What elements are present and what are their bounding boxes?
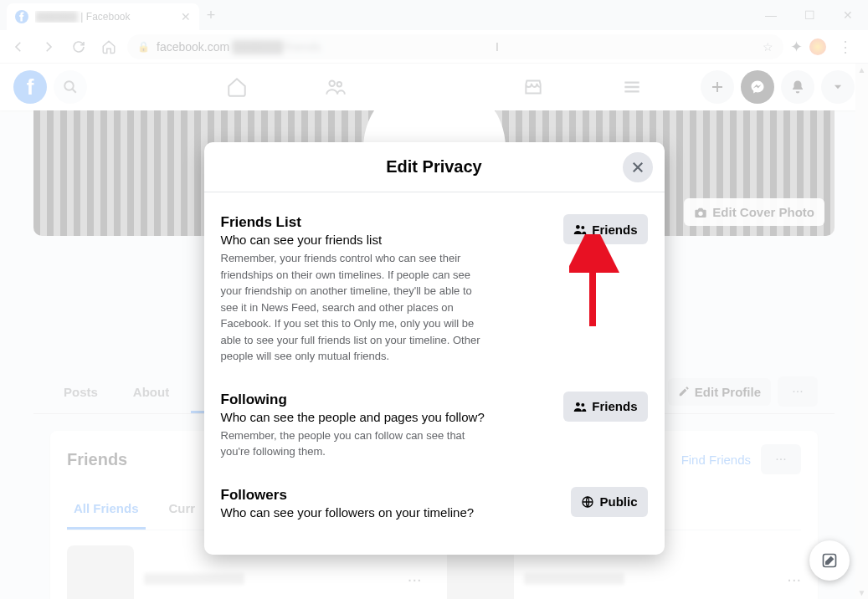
audience-button-following[interactable]: Friends xyxy=(563,392,647,422)
section-heading: Following xyxy=(221,392,554,408)
audience-button-followers[interactable]: Public xyxy=(571,487,647,517)
section-description: Remember, your friends control who can s… xyxy=(221,250,480,365)
public-icon xyxy=(581,495,594,509)
section-subtitle: Who can see your friends list xyxy=(221,233,554,247)
close-icon xyxy=(630,160,645,175)
section-following: Following Who can see the people and pag… xyxy=(221,380,648,475)
edit-privacy-modal: Edit Privacy Friends List Who can see yo… xyxy=(204,142,665,555)
svg-point-8 xyxy=(582,403,585,407)
svg-point-7 xyxy=(576,402,580,407)
compose-icon xyxy=(821,552,838,569)
friends-icon xyxy=(573,400,587,413)
audience-button-friends-list[interactable]: Friends xyxy=(563,214,647,244)
modal-title: Edit Privacy xyxy=(386,157,482,177)
section-description: Remember, the people you can follow can … xyxy=(221,427,480,460)
section-followers: Followers Who can see your followers on … xyxy=(221,475,648,538)
compose-fab[interactable] xyxy=(809,540,850,581)
svg-point-5 xyxy=(576,225,580,229)
friends-icon xyxy=(573,223,587,236)
modal-header: Edit Privacy xyxy=(204,142,665,192)
modal-body: Friends List Who can see your friends li… xyxy=(204,192,665,555)
svg-point-6 xyxy=(582,226,585,229)
section-heading: Friends List xyxy=(221,214,554,231)
modal-close-button[interactable] xyxy=(623,152,653,182)
section-friends-list: Friends List Who can see your friends li… xyxy=(221,206,648,380)
section-heading: Followers xyxy=(221,487,562,504)
section-subtitle: Who can see the people and pages you fol… xyxy=(221,410,554,424)
section-subtitle: Who can see your followers on your timel… xyxy=(221,505,562,520)
